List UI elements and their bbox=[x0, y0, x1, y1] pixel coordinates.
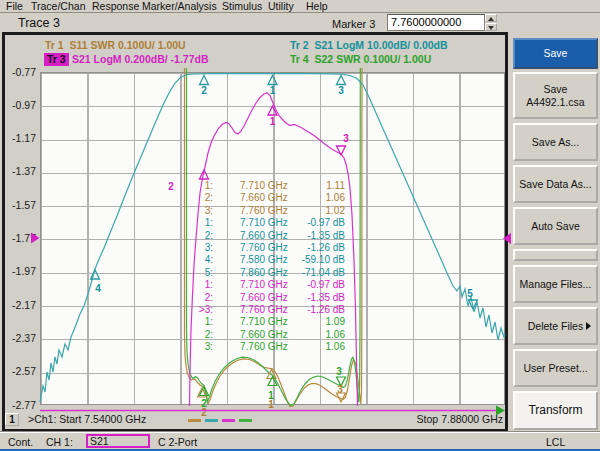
softkey-user-preset[interactable]: User Preset... bbox=[513, 349, 598, 387]
trigger-mode-status: Cont. bbox=[8, 436, 33, 448]
y-axis-label: -2.77 bbox=[2, 400, 36, 411]
softkey-transform[interactable]: Transform bbox=[513, 391, 598, 430]
submenu-arrow-icon bbox=[586, 322, 591, 330]
arrow-down-icon bbox=[488, 26, 494, 30]
y-axis-label: -2.17 bbox=[2, 300, 36, 311]
softkey-save-data-as[interactable]: Save Data As... bbox=[513, 165, 598, 203]
y-axis-label: -2.57 bbox=[2, 366, 36, 377]
menu-response[interactable]: Response bbox=[92, 0, 139, 12]
y-axis-label: -0.77 bbox=[2, 67, 36, 78]
trace2-dash-icon bbox=[205, 419, 218, 422]
trace4-info: Tr 4 S22 SWR 0.100U/ 1.00U bbox=[290, 53, 431, 66]
y-axis-label: -0.97 bbox=[2, 100, 36, 111]
menu-file[interactable]: File bbox=[6, 0, 23, 12]
active-measurement-badge: S21 bbox=[86, 434, 150, 448]
softkey-save[interactable]: Save bbox=[513, 38, 598, 69]
marker-table-row: 4:7.580 GHz-59.10 dB bbox=[145, 254, 345, 266]
stepper-down-button[interactable] bbox=[485, 23, 497, 31]
marker-table-row: 5:7.860 GHz-71.04 dB bbox=[145, 267, 345, 279]
y-axis-label: -2.37 bbox=[2, 333, 36, 344]
active-trace-title: Trace 3 bbox=[18, 16, 60, 30]
y-axis-label: -1.57 bbox=[2, 200, 36, 211]
marker-table-row: 3:7.760 GHz1.06 bbox=[145, 341, 345, 353]
trace1-definition: S11 SWR 0.100U/ 1.00U bbox=[70, 39, 186, 51]
marker-table-row: 2:7.660 GHz1.06 bbox=[145, 192, 345, 204]
y-axis-label: -1.97 bbox=[2, 266, 36, 277]
trace2-definition: S21 LogM 10.00dB/ 0.00dB bbox=[315, 39, 448, 51]
menu-marker-analysis[interactable]: Marker/Analysis bbox=[142, 0, 217, 12]
menu-trace-chan[interactable]: Trace/Chan bbox=[31, 0, 85, 12]
calibration-status: C 2-Port bbox=[158, 436, 197, 448]
menu-stimulus[interactable]: Stimulus bbox=[222, 0, 262, 12]
trace2-info: Tr 2 S21 LogM 10.00dB/ 0.00dB bbox=[290, 39, 448, 52]
trace1-dash-icon bbox=[188, 419, 201, 422]
trace4-id: Tr 4 bbox=[290, 53, 309, 65]
trace3-definition: S21 LogM 0.200dB/ -1.77dB bbox=[72, 53, 209, 65]
menu-bar: File Trace/Chan Response Marker/Analysis… bbox=[0, 0, 600, 13]
arrow-up-icon bbox=[488, 17, 494, 21]
channel-badge: 1 bbox=[5, 413, 19, 426]
sweep-start-label: >Ch1: Start 7.54000 GHz bbox=[28, 413, 146, 425]
marker-table-row: 1:7.710 GHz-0.97 dB bbox=[145, 217, 345, 229]
sweep-stop-label: Stop 7.88000 GHz bbox=[400, 413, 503, 425]
marker-table-row: 2:7.660 GHz-1.35 dB bbox=[145, 230, 345, 242]
channel-status: CH 1: bbox=[46, 436, 73, 448]
marker-table-row-active: >3:7.760 GHz-1.26 dB bbox=[145, 304, 345, 316]
marker-table-row: 3:7.760 GHz1.02 bbox=[145, 205, 345, 217]
marker-table-row: 2:7.660 GHz-1.35 dB bbox=[145, 292, 345, 304]
trace2-id: Tr 2 bbox=[290, 39, 309, 51]
trace1-info: Tr 1 S11 SWR 0.100U/ 1.00U bbox=[45, 39, 186, 52]
marker-table-row: 2:7.660 GHz1.06 bbox=[145, 329, 345, 341]
menu-utility[interactable]: Utility bbox=[268, 0, 294, 12]
trace4-definition: S22 SWR 0.100U/ 1.00U bbox=[315, 53, 432, 65]
softkey-save-as[interactable]: Save As... bbox=[513, 123, 598, 161]
softkey-manage-files[interactable]: Manage Files... bbox=[513, 265, 598, 303]
trace4-dash-icon bbox=[239, 419, 252, 422]
menu-help[interactable]: Help bbox=[306, 0, 328, 12]
lcl-status: LCL bbox=[546, 436, 565, 448]
marker-table-row: 1:7.710 GHz-0.97 dB bbox=[145, 279, 345, 291]
trace3-active-tag: Tr 3 bbox=[44, 53, 69, 66]
status-bar: Cont. CH 1: S21 C 2-Port LCL bbox=[0, 432, 600, 449]
marker-table-row: 1:7.710 GHz1.09 bbox=[145, 316, 345, 328]
trace3-dash-icon bbox=[222, 419, 235, 422]
softkey-delete-files[interactable]: Delete Files bbox=[513, 307, 598, 345]
softkey-blank bbox=[513, 249, 598, 261]
marker-table-row: 3:7.760 GHz-1.26 dB bbox=[145, 242, 345, 254]
softkey-auto-save[interactable]: Auto Save bbox=[513, 207, 598, 245]
marker-frequency-input[interactable]: 7.7600000000 GHz bbox=[387, 14, 485, 31]
y-axis-label-reference: -1.77 bbox=[2, 233, 36, 244]
marker-table-row: 1:7.710 GHz1.11 bbox=[145, 180, 345, 192]
trace1-id: Tr 1 bbox=[45, 39, 64, 51]
y-axis-label: -1.17 bbox=[2, 133, 36, 144]
trace3-info: S21 LogM 0.200dB/ -1.77dB bbox=[72, 53, 209, 66]
y-axis-label: -1.37 bbox=[2, 166, 36, 177]
marker-entry-label: Marker 3 bbox=[332, 18, 375, 30]
softkey-save-file[interactable]: SaveA4492.1.csa bbox=[513, 72, 598, 119]
stepper-up-button[interactable] bbox=[485, 14, 497, 22]
marker-frequency-stepper bbox=[485, 14, 497, 31]
title-bar bbox=[0, 14, 600, 32]
